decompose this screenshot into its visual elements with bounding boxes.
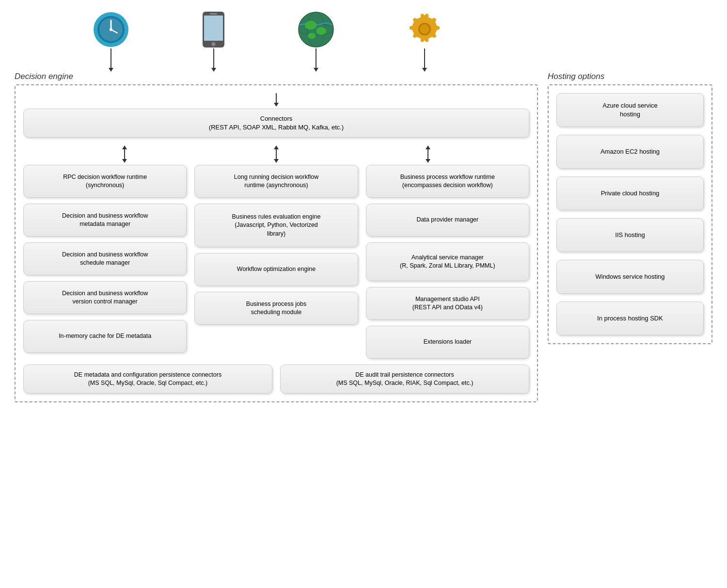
icon-arrow-2	[211, 48, 216, 72]
bottom-persistence-row: DE metadata and configuration persistenc…	[23, 365, 529, 394]
connectors-text: Connectors (REST API, SOAP XML, Rabbit M…	[209, 114, 344, 132]
page-wrapper: Decision engine Connectors (REST API, SO…	[0, 0, 727, 417]
svg-rect-7	[204, 16, 223, 41]
in-process-sdk-box: In process hosting SDK	[556, 302, 704, 335]
azure-hosting-text: Azure cloud service hosting	[602, 101, 657, 119]
globe-icon-container	[297, 11, 335, 72]
top-arrow-down	[274, 93, 279, 107]
schedule-manager-box: Decision and business workflow schedule …	[23, 242, 187, 275]
de-metadata-persistence-text: DE metadata and configuration persistenc…	[74, 371, 221, 388]
bp-runtime-box: Business process workflow runtime (encom…	[366, 165, 529, 198]
analytical-service-text: Analytical service manager (R, Spark, Zo…	[400, 254, 495, 270]
bp-jobs-text: Business process jobs scheduling module	[246, 300, 306, 317]
data-provider-text: Data provider manager	[416, 216, 478, 224]
connectors-box: Connectors (REST API, SOAP XML, Rabbit M…	[23, 109, 529, 138]
workflow-optimization-box: Workflow optimization engine	[194, 253, 358, 286]
mgmt-studio-box: Management studio API (REST API and ODat…	[366, 287, 529, 320]
de-audit-persistence-text: DE audit trail persistence connectors (M…	[336, 371, 474, 388]
long-running-runtime-box: Long running decision workflow runtime (…	[194, 165, 358, 198]
main-content: Decision engine Connectors (REST API, SO…	[15, 72, 712, 402]
private-cloud-box: Private cloud hosting	[556, 176, 704, 210]
amazon-hosting-text: Amazon EC2 hosting	[601, 147, 660, 156]
amazon-hosting-box: Amazon EC2 hosting	[556, 135, 704, 169]
hosting-label: Hosting options	[548, 72, 712, 81]
icon-arrow-1	[109, 48, 113, 72]
svg-point-18	[305, 21, 316, 30]
bp-jobs-box: Business process jobs scheduling module	[194, 292, 358, 325]
col-middle: Long running decision workflow runtime (…	[194, 165, 358, 359]
long-running-text: Long running decision workflow runtime (…	[234, 173, 318, 190]
icon-arrow-3	[314, 48, 318, 72]
svg-point-22	[420, 24, 429, 34]
rpc-runtime-box: RPC decision workflow runtime (synchrono…	[23, 165, 187, 198]
hosting-border: Azure cloud service hosting Amazon EC2 h…	[548, 84, 712, 344]
private-cloud-text: Private cloud hosting	[601, 189, 660, 198]
business-rules-box: Business rules evaluation engine (Javasc…	[194, 204, 358, 247]
gear-icon-container	[405, 10, 444, 72]
clock-icon-container	[92, 11, 130, 72]
bidir-arrow-right	[426, 145, 430, 163]
version-control-box: Decision and business workflow version c…	[23, 281, 187, 314]
version-control-text: Decision and business workflow version c…	[62, 289, 148, 306]
mobile-icon	[200, 11, 227, 48]
windows-service-text: Windows service hosting	[595, 272, 664, 281]
in-process-sdk-text: In process hosting SDK	[597, 314, 663, 323]
svg-point-8	[212, 42, 216, 46]
rpc-runtime-text: RPC decision workflow runtime (synchrono…	[63, 173, 147, 190]
inmemory-cache-text: In-memory cache for DE metadata	[59, 332, 151, 341]
schedule-manager-text: Decision and business workflow schedule …	[62, 251, 148, 268]
de-metadata-persistence-box: DE metadata and configuration persistenc…	[23, 365, 272, 394]
azure-hosting-box: Azure cloud service hosting	[556, 93, 704, 127]
extensions-loader-text: Extensions loader	[424, 338, 472, 347]
metadata-manager-box: Decision and business workflow metadata …	[23, 204, 187, 237]
inmemory-cache-box: In-memory cache for DE metadata	[23, 320, 187, 353]
metadata-manager-text: Decision and business workflow metadata …	[62, 212, 148, 229]
iis-hosting-text: IIS hosting	[615, 231, 645, 239]
mgmt-studio-text: Management studio API (REST API and ODat…	[412, 295, 483, 312]
de-audit-persistence-box: DE audit trail persistence connectors (M…	[280, 365, 529, 394]
extensions-loader-box: Extensions loader	[366, 326, 529, 359]
data-provider-box: Data provider manager	[366, 204, 529, 237]
decision-engine-label: Decision engine	[15, 72, 538, 81]
svg-rect-9	[210, 13, 217, 15]
svg-point-19	[316, 27, 326, 35]
bidir-arrow-left	[122, 145, 127, 163]
workflow-optimization-text: Workflow optimization engine	[237, 265, 316, 274]
clock-icon	[92, 11, 130, 48]
col-right: Business process workflow runtime (encom…	[366, 165, 529, 359]
bidir-arrow-mid	[274, 145, 279, 163]
bp-runtime-text: Business process workflow runtime (encom…	[400, 173, 495, 190]
mobile-icon-container	[200, 11, 227, 72]
analytical-service-box: Analytical service manager (R, Spark, Zo…	[366, 242, 529, 281]
col-left: RPC decision workflow runtime (synchrono…	[23, 165, 187, 359]
svg-point-17	[299, 12, 333, 47]
business-rules-text: Business rules evaluation engine (Javasc…	[232, 213, 321, 238]
hosting-section: Hosting options Azure cloud service host…	[548, 72, 712, 402]
svg-point-5	[110, 28, 112, 31]
windows-service-box: Windows service hosting	[556, 260, 704, 294]
hosting-boxes: Azure cloud service hosting Amazon EC2 h…	[556, 93, 704, 335]
three-columns: RPC decision workflow runtime (synchrono…	[23, 165, 529, 359]
gear-icon	[405, 10, 444, 48]
svg-point-20	[308, 33, 316, 39]
icon-arrow-4	[422, 48, 427, 72]
iis-hosting-box: IIS hosting	[556, 218, 704, 252]
globe-icon	[297, 11, 335, 48]
decision-engine-section: Decision engine Connectors (REST API, SO…	[15, 72, 538, 402]
decision-engine-border: Connectors (REST API, SOAP XML, Rabbit M…	[15, 84, 538, 402]
